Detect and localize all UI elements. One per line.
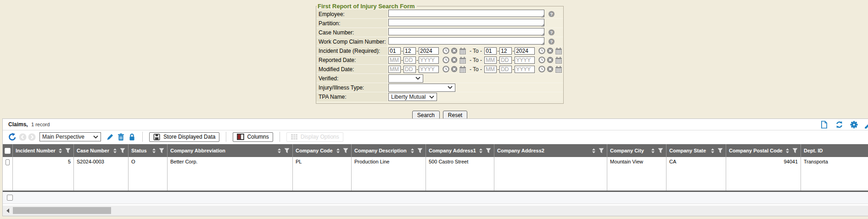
clear-icon[interactable] (451, 66, 458, 73)
row-checkbox[interactable] (6, 159, 10, 165)
clear-icon[interactable] (547, 66, 554, 73)
columns-button[interactable]: Columns (233, 132, 273, 142)
clear-icon[interactable] (451, 47, 458, 54)
calendar-icon[interactable] (555, 56, 562, 64)
calendar-icon[interactable] (459, 66, 466, 73)
sort-icon[interactable] (277, 148, 282, 154)
perspective-select[interactable]: Main Perspective (39, 132, 101, 141)
modified-from-day-input[interactable]: DD (403, 66, 416, 73)
clock-icon[interactable] (538, 56, 545, 63)
reported-to-month-input[interactable]: MM (484, 56, 497, 64)
sort-icon[interactable] (410, 148, 415, 154)
column-header-case-number[interactable]: Case Number (74, 144, 129, 157)
calendar-icon[interactable] (555, 47, 562, 55)
reported-from-year-input[interactable]: YYYY (419, 56, 439, 64)
reported-from-month-input[interactable]: MM (388, 56, 401, 64)
sort-icon[interactable] (112, 148, 118, 154)
sort-icon[interactable] (710, 148, 715, 154)
clear-icon[interactable] (547, 56, 554, 63)
row-checkbox-cell[interactable] (3, 157, 13, 191)
incident-from-year-input[interactable]: 2024 (419, 47, 439, 55)
scroll-left-arrow-icon[interactable] (6, 208, 10, 213)
select-all-checkbox-box[interactable] (5, 148, 11, 154)
column-header-company-abbreviation[interactable]: Company Abbreviation (168, 144, 293, 157)
modified-from-year-input[interactable]: YYYY (419, 66, 439, 73)
injury-type-select[interactable] (388, 84, 455, 92)
filter-icon[interactable] (120, 148, 125, 153)
select-all-checkbox[interactable] (3, 144, 13, 157)
incident-to-day-input[interactable]: 12 (499, 47, 512, 55)
sort-icon[interactable] (151, 148, 157, 154)
calendar-icon[interactable] (555, 66, 562, 73)
table-row[interactable]: 5S2024-0003OBetter Corp.PLProduction Lin… (3, 157, 868, 191)
scrollbar-thumb[interactable] (13, 207, 111, 214)
horizontal-scrollbar[interactable] (3, 206, 868, 216)
incident-to-month-input[interactable]: 01 (484, 47, 497, 55)
help-icon[interactable]: ? (548, 29, 555, 36)
pencil-icon[interactable] (106, 133, 114, 141)
sort-icon[interactable] (336, 148, 341, 154)
clock-icon[interactable] (538, 47, 545, 54)
filter-icon[interactable] (717, 148, 723, 153)
column-header-company-description[interactable]: Company Description (352, 144, 426, 157)
tpa-name-select[interactable]: Liberty Mutual (388, 93, 437, 101)
footer-row-checkbox[interactable] (7, 195, 13, 201)
sort-icon[interactable] (785, 148, 790, 154)
filter-icon[interactable] (417, 148, 423, 153)
employee-input[interactable] (388, 10, 544, 17)
column-header-dept-id[interactable]: Dept. ID (801, 144, 868, 157)
clock-icon[interactable] (442, 66, 449, 73)
partition-input[interactable] (388, 19, 544, 26)
column-header-company-code[interactable]: Company Code (293, 144, 352, 157)
clear-icon[interactable] (451, 56, 458, 63)
reported-to-year-input[interactable]: YYYY (515, 56, 535, 64)
clock-icon[interactable] (538, 66, 545, 73)
modified-from-month-input[interactable]: MM (388, 66, 401, 73)
gear-icon[interactable] (850, 121, 858, 129)
wrench-icon[interactable] (865, 120, 868, 129)
sort-icon[interactable] (591, 148, 596, 154)
filter-icon[interactable] (343, 148, 348, 153)
store-displayed-data-button[interactable]: Store Displayed Data (149, 132, 219, 142)
column-header-company-postal-code[interactable]: Company Postal Code (726, 144, 801, 157)
sort-icon[interactable] (650, 148, 655, 154)
sort-icon[interactable] (58, 148, 63, 154)
column-header-company-state[interactable]: Company State (666, 144, 726, 157)
incident-from-day-input[interactable]: 12 (403, 47, 416, 55)
sort-icon[interactable] (478, 148, 483, 154)
filter-icon[interactable] (792, 148, 798, 153)
modified-to-year-input[interactable]: YYYY (515, 66, 535, 73)
case-number-input[interactable] (388, 28, 544, 35)
verified-select[interactable] (388, 74, 423, 83)
filter-icon[interactable] (284, 148, 290, 153)
filter-icon[interactable] (159, 148, 164, 153)
incident-from-month-input[interactable]: 01 (388, 47, 401, 55)
clock-icon[interactable] (442, 56, 449, 63)
lock-icon[interactable] (129, 133, 136, 141)
clock-icon[interactable] (442, 47, 449, 54)
incident-to-year-input[interactable]: 2024 (515, 47, 535, 55)
undo-icon[interactable] (8, 133, 17, 141)
work-comp-claim-input[interactable] (388, 37, 544, 45)
modified-to-month-input[interactable]: MM (484, 66, 497, 73)
reported-to-day-input[interactable]: DD (499, 56, 512, 64)
trash-icon[interactable] (118, 133, 125, 141)
help-icon[interactable]: ? (548, 38, 555, 45)
column-header-company-address1[interactable]: Company Address1 (426, 144, 494, 157)
column-header-incident-number[interactable]: Incident Number (13, 144, 74, 157)
help-icon[interactable]: ? (548, 11, 555, 17)
column-header-company-city[interactable]: Company City (607, 144, 666, 157)
filter-icon[interactable] (65, 148, 71, 153)
clear-icon[interactable] (547, 47, 554, 54)
refresh-icon[interactable] (835, 121, 843, 129)
modified-to-day-input[interactable]: DD (499, 66, 512, 73)
new-document-icon[interactable] (821, 121, 829, 129)
filter-icon[interactable] (486, 148, 491, 153)
filter-icon[interactable] (658, 148, 663, 153)
column-header-company-address2[interactable]: Company Address2 (494, 144, 607, 157)
reported-from-day-input[interactable]: DD (403, 56, 416, 64)
column-header-status[interactable]: Status (129, 144, 168, 157)
calendar-icon[interactable] (459, 47, 466, 55)
filter-icon[interactable] (599, 148, 604, 153)
calendar-icon[interactable] (459, 56, 466, 64)
